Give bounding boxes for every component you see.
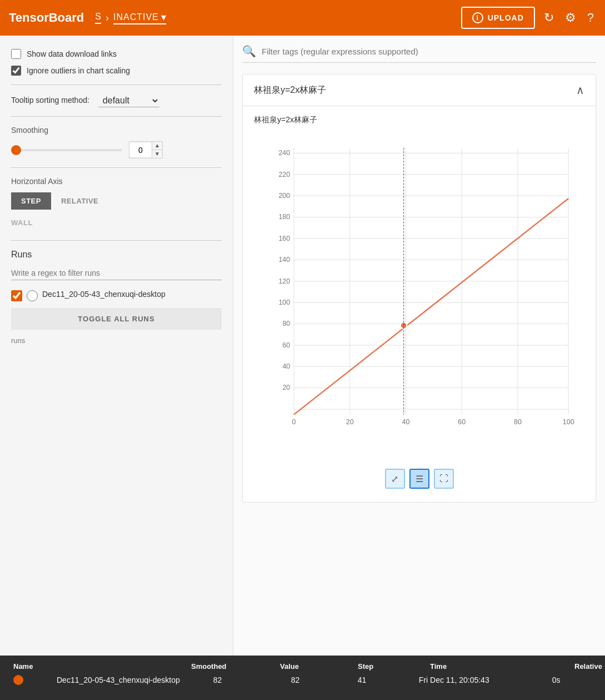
chart-svg: 240 220 200 180 160 140 120 100 80 60 40… — [254, 132, 584, 463]
smoothing-slider[interactable] — [11, 149, 122, 151]
search-icon: 🔍 — [242, 44, 256, 58]
wall-button[interactable]: WALL — [11, 214, 33, 231]
chart-section-title: 林祖泉y=2x林麻子 — [254, 85, 326, 96]
divider-2 — [11, 116, 222, 117]
svg-text:180: 180 — [278, 213, 290, 221]
svg-text:80: 80 — [282, 320, 290, 327]
svg-text:100: 100 — [278, 299, 290, 306]
run-checkbox[interactable] — [11, 290, 22, 301]
smoothing-down-arrow[interactable]: ▼ — [152, 150, 162, 158]
step-button[interactable]: STEP — [11, 192, 51, 210]
row-value: 82 — [291, 676, 324, 684]
col-relative: Relative — [574, 662, 602, 671]
svg-text:80: 80 — [514, 418, 522, 426]
runs-footer: runs — [11, 336, 222, 345]
axis-buttons: STEP RELATIVE — [11, 192, 222, 210]
chart-toolbar: ⤢ ☰ ⛶ — [254, 464, 584, 493]
svg-text:100: 100 — [563, 418, 574, 426]
row-name: Dec11_20-05-43_chenxuqi-desktop — [57, 676, 180, 684]
ignore-outliers-row: Ignore outliers in chart scaling — [11, 66, 222, 76]
svg-text:200: 200 — [278, 192, 290, 200]
ignore-outliers-checkbox[interactable] — [11, 66, 21, 76]
filter-bar: 🔍 — [242, 44, 596, 63]
bottom-bar-header: Name Smoothed Value Step Time Relative — [13, 662, 592, 671]
main-content: 🔍 林祖泉y=2x林麻子 ∧ 林祖泉y=2x林麻子 — [233, 36, 605, 656]
upload-label: UPLOAD — [488, 13, 524, 22]
smoothing-value-input[interactable]: 0 — [129, 143, 152, 157]
chevron-right-icon: › — [106, 12, 109, 24]
col-smoothed: Smoothed — [191, 662, 236, 671]
runs-filter-input[interactable] — [11, 266, 222, 280]
inactive-selector[interactable]: INACTIVE ▾ — [113, 11, 166, 24]
svg-text:220: 220 — [278, 171, 290, 178]
row-smoothed: 82 — [213, 676, 258, 684]
help-button[interactable]: ? — [585, 8, 596, 27]
row-time: Fri Dec 11, 20:05:43 — [419, 676, 519, 684]
bottom-bar: Name Smoothed Value Step Time Relative D… — [0, 656, 605, 700]
dropdown-arrow-icon: ▾ — [161, 11, 166, 23]
runs-label: Runs — [11, 250, 222, 260]
zoom-button[interactable]: ⛶ — [434, 469, 454, 489]
breadcrumb-s: S — [95, 12, 101, 24]
chart-svg-container: 240 220 200 180 160 140 120 100 80 60 40… — [254, 132, 584, 464]
chart-collapse-button[interactable]: ∧ — [576, 83, 584, 97]
svg-text:140: 140 — [278, 256, 290, 264]
settings-button[interactable]: ⚙ — [563, 8, 578, 27]
col-step: Step — [358, 662, 386, 671]
col-name: Name — [13, 662, 147, 671]
run-name: Dec11_20-05-43_chenxuqi-desktop — [42, 289, 166, 300]
run-item: Dec11_20-05-43_chenxuqi-desktop — [11, 289, 222, 301]
smoothing-arrows: ▲ ▼ — [152, 142, 162, 158]
sidebar: Show data download links Ignore outliers… — [0, 36, 233, 656]
svg-text:120: 120 — [278, 277, 290, 285]
tooltip-sorting-label: Tooltip sorting method: — [11, 95, 89, 106]
svg-line-37 — [294, 198, 568, 415]
bottom-bar-data-row: Dec11_20-05-43_chenxuqi-desktop 82 82 41… — [13, 675, 592, 685]
smoothing-label: Smoothing — [11, 126, 222, 135]
relative-button[interactable]: RELATIVE — [51, 192, 108, 210]
svg-text:20: 20 — [282, 384, 290, 391]
chart-section: 林祖泉y=2x林麻子 ∧ 林祖泉y=2x林麻子 — [242, 74, 596, 503]
divider-4 — [11, 240, 222, 241]
svg-text:160: 160 — [278, 235, 290, 242]
row-relative: 0s — [552, 676, 561, 684]
upload-button[interactable]: i UPLOAD — [461, 7, 535, 29]
filter-input[interactable] — [262, 47, 596, 56]
app-logo: TensorBoard — [9, 11, 84, 25]
inactive-label: INACTIVE — [113, 12, 159, 22]
divider-1 — [11, 85, 222, 85]
show-download-row: Show data download links — [11, 49, 222, 59]
breadcrumb: S › INACTIVE ▾ — [95, 11, 166, 24]
smoothing-up-arrow[interactable]: ▲ — [152, 142, 162, 150]
svg-text:0: 0 — [292, 418, 296, 426]
col-value: Value — [280, 662, 313, 671]
show-download-checkbox[interactable] — [11, 49, 21, 59]
fit-chart-button[interactable]: ⤢ — [385, 469, 405, 489]
chart-body: 林祖泉y=2x林麻子 — [243, 106, 596, 502]
row-step: 41 — [358, 676, 386, 684]
col-time: Time — [430, 662, 530, 671]
svg-text:20: 20 — [346, 418, 354, 426]
info-circle-icon: i — [472, 12, 483, 23]
run-radio[interactable] — [27, 290, 38, 301]
svg-text:40: 40 — [402, 418, 410, 426]
svg-text:240: 240 — [278, 149, 290, 157]
show-download-label: Show data download links — [27, 49, 117, 58]
toggle-all-runs-button[interactable]: TOGGLE ALL RUNS — [11, 308, 222, 330]
horizontal-axis-label: Horizontal Axis — [11, 177, 222, 186]
svg-text:60: 60 — [282, 341, 290, 349]
run-color-indicator — [13, 675, 23, 685]
chart-subtitle: 林祖泉y=2x林麻子 — [254, 115, 584, 125]
svg-text:40: 40 — [282, 363, 290, 370]
smoothing-value-container: 0 ▲ ▼ — [129, 141, 163, 158]
app-header: TensorBoard S › INACTIVE ▾ i UPLOAD ↻ ⚙ … — [0, 0, 605, 36]
refresh-button[interactable]: ↻ — [542, 8, 556, 27]
tooltip-sorting-select[interactable]: default descending ascending — [98, 94, 159, 107]
pan-button[interactable]: ☰ — [409, 469, 429, 489]
smoothing-row: 0 ▲ ▼ — [11, 141, 222, 158]
main-layout: Show data download links Ignore outliers… — [0, 36, 605, 656]
tooltip-sorting-row: Tooltip sorting method: default descendi… — [11, 94, 222, 107]
chart-header: 林祖泉y=2x林麻子 ∧ — [243, 75, 596, 106]
divider-3 — [11, 167, 222, 168]
ignore-outliers-label: Ignore outliers in chart scaling — [27, 66, 130, 75]
